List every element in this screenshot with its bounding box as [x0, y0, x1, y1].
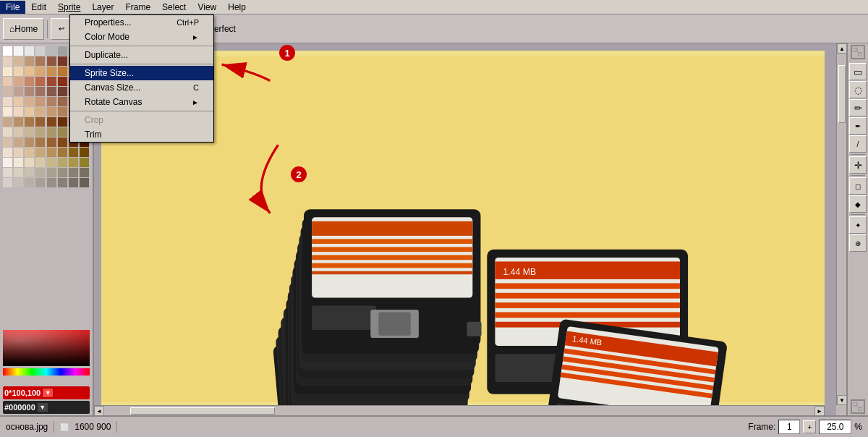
menu-item-sprite-size[interactable]: Sprite Size... [70, 66, 213, 80]
tool-eyedropper[interactable]: ✦ [849, 216, 867, 234]
tool-eraser[interactable]: ◻ [849, 177, 867, 195]
palette-color-cell[interactable] [35, 77, 45, 86]
palette-color-cell[interactable] [14, 87, 23, 96]
palette-color-cell[interactable] [25, 46, 34, 56]
scroll-right-btn[interactable]: ► [814, 406, 825, 415]
resize-icon[interactable] [851, 45, 865, 59]
palette-color-cell[interactable] [47, 107, 56, 116]
color-gradient[interactable] [3, 330, 90, 366]
palette-color-cell[interactable] [3, 56, 12, 66]
palette-color-cell[interactable] [47, 56, 56, 66]
palette-color-cell[interactable] [47, 127, 56, 137]
menu-view[interactable]: View [192, 1, 222, 14]
frame-input[interactable] [778, 420, 800, 434]
tool-line[interactable]: / [849, 135, 867, 153]
palette-color-cell[interactable] [47, 137, 56, 147]
menu-item-trim[interactable]: Trim [70, 127, 213, 142]
palette-color-cell[interactable] [35, 87, 45, 96]
palette-color-cell[interactable] [58, 158, 67, 167]
palette-color-cell[interactable] [3, 87, 12, 96]
palette-color-cell[interactable] [35, 56, 45, 66]
tool-pencil[interactable]: ✒ [849, 117, 867, 135]
palette-color-cell[interactable] [58, 77, 67, 86]
palette-color-cell[interactable] [80, 168, 89, 177]
palette-color-cell[interactable] [3, 168, 12, 177]
palette-color-cell[interactable] [25, 87, 34, 96]
scroll-thumb-horizontal[interactable] [130, 407, 275, 415]
palette-color-cell[interactable] [58, 107, 67, 116]
menu-help[interactable]: Help [222, 1, 252, 14]
frame-add-btn[interactable]: + [803, 420, 816, 433]
palette-color-cell[interactable] [80, 158, 89, 167]
palette-color-cell[interactable] [3, 127, 12, 137]
palette-color-cell[interactable] [14, 67, 23, 76]
resize-bottom-icon[interactable] [851, 399, 865, 414]
palette-color-cell[interactable] [58, 56, 67, 66]
palette-color-cell[interactable] [69, 168, 78, 177]
palette-color-cell[interactable] [47, 67, 56, 76]
palette-color-cell[interactable] [69, 148, 78, 157]
horizontal-scrollbar[interactable]: ◄ ► [94, 405, 825, 415]
menu-frame[interactable]: Frame [119, 1, 156, 14]
palette-color-cell[interactable] [35, 137, 45, 147]
palette-color-cell[interactable] [3, 46, 12, 56]
palette-color-cell[interactable] [14, 127, 23, 137]
palette-color-cell[interactable] [47, 46, 56, 56]
menu-item-rotate-canvas[interactable]: Rotate Canvas ► [70, 95, 213, 109]
menu-item-canvas-size[interactable]: Canvas Size... C [70, 80, 213, 95]
palette-color-cell[interactable] [35, 148, 45, 157]
palette-color-cell[interactable] [14, 178, 23, 187]
home-button[interactable]: ⌂ Home [3, 18, 44, 40]
palette-color-cell[interactable] [25, 168, 34, 177]
menu-layer[interactable]: Layer [86, 1, 119, 14]
palette-color-cell[interactable] [69, 178, 78, 187]
scroll-down-btn[interactable]: ▼ [837, 395, 846, 405]
vertical-scrollbar[interactable]: ▲ ▼ [836, 43, 846, 405]
palette-color-cell[interactable] [69, 158, 78, 167]
palette-color-cell[interactable] [35, 127, 45, 137]
color-hue-bar[interactable] [3, 368, 90, 376]
palette-color-cell[interactable] [3, 158, 12, 167]
palette-color-cell[interactable] [14, 137, 23, 147]
palette-color-cell[interactable] [58, 117, 67, 127]
tool-move[interactable]: ✛ [849, 156, 867, 174]
palette-color-cell[interactable] [25, 137, 34, 147]
menu-edit[interactable]: Edit [25, 1, 52, 14]
foreground-drop-btn[interactable]: ▼ [42, 388, 54, 398]
palette-color-cell[interactable] [58, 46, 67, 56]
background-color-row[interactable]: #000000 ▼ [3, 401, 90, 414]
palette-color-cell[interactable] [25, 67, 34, 76]
palette-color-cell[interactable] [58, 67, 67, 76]
background-drop-btn[interactable]: ▼ [37, 402, 48, 412]
palette-color-cell[interactable] [58, 148, 67, 157]
palette-color-cell[interactable] [3, 178, 12, 187]
palette-color-cell[interactable] [58, 137, 67, 147]
palette-color-cell[interactable] [35, 158, 45, 167]
menu-select[interactable]: Select [156, 1, 192, 14]
palette-color-cell[interactable] [3, 67, 12, 76]
tool-marquee[interactable]: ▭ [849, 63, 867, 80]
palette-color-cell[interactable] [58, 97, 67, 106]
palette-color-cell[interactable] [47, 158, 56, 167]
palette-color-cell[interactable] [35, 107, 45, 116]
tool-lasso[interactable]: ◌ [849, 81, 867, 98]
palette-color-cell[interactable] [47, 148, 56, 157]
palette-color-cell[interactable] [14, 117, 23, 127]
tool-zoom[interactable]: ⊕ [849, 234, 867, 252]
foreground-color-row[interactable]: 0*100,100 ▼ [3, 386, 90, 399]
palette-color-cell[interactable] [47, 168, 56, 177]
menu-sprite[interactable]: Sprite [52, 1, 86, 14]
palette-color-cell[interactable] [47, 97, 56, 106]
palette-color-cell[interactable] [14, 148, 23, 157]
palette-color-cell[interactable] [47, 117, 56, 127]
scroll-left-btn[interactable]: ◄ [94, 406, 104, 415]
palette-color-cell[interactable] [35, 67, 45, 76]
palette-color-cell[interactable] [25, 107, 34, 116]
palette-color-cell[interactable] [35, 97, 45, 106]
palette-color-cell[interactable] [3, 117, 12, 127]
palette-color-cell[interactable] [3, 107, 12, 116]
palette-color-cell[interactable] [25, 56, 34, 66]
palette-color-cell[interactable] [3, 97, 12, 106]
palette-color-cell[interactable] [25, 127, 34, 137]
scroll-thumb-vertical[interactable] [838, 65, 846, 123]
